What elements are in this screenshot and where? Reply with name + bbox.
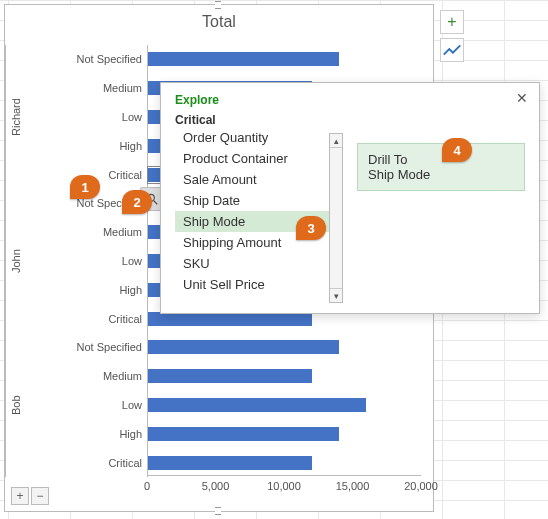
chart-elements-button[interactable]: + bbox=[440, 10, 464, 34]
chart-title: Total bbox=[5, 5, 433, 33]
drill-line2: Ship Mode bbox=[368, 167, 514, 182]
zoom-out-button[interactable]: − bbox=[31, 487, 49, 505]
listbox-scrollbar[interactable]: ▴ ▾ bbox=[329, 133, 343, 303]
category-label: Low bbox=[50, 395, 148, 415]
category-label: Medium bbox=[50, 78, 148, 98]
bar[interactable] bbox=[148, 340, 339, 354]
list-item[interactable]: Sale Amount bbox=[175, 169, 329, 190]
category-label: Critical bbox=[50, 309, 148, 329]
bar[interactable] bbox=[148, 427, 339, 441]
drill-line1: Drill To bbox=[368, 152, 514, 167]
popup-context: Critical bbox=[175, 113, 525, 127]
category-label: Medium bbox=[50, 222, 148, 242]
category-label: Low bbox=[50, 251, 148, 271]
scroll-up-icon[interactable]: ▴ bbox=[330, 134, 342, 148]
category-label: High bbox=[50, 424, 148, 444]
x-axis: 05,00010,00015,00020,000 bbox=[147, 475, 421, 503]
bar[interactable] bbox=[148, 369, 312, 383]
close-icon[interactable]: ✕ bbox=[513, 89, 531, 107]
x-tick-label: 15,000 bbox=[336, 480, 370, 492]
group-label: Bob bbox=[5, 333, 25, 477]
bar[interactable] bbox=[148, 456, 312, 470]
svg-line-1 bbox=[154, 201, 158, 205]
list-item[interactable]: Unit Sell Price bbox=[175, 274, 329, 295]
zoom-in-button[interactable]: + bbox=[11, 487, 29, 505]
list-item[interactable]: SKU bbox=[175, 253, 329, 274]
explore-popup: ✕ Explore Critical Order QuantityProduct… bbox=[160, 82, 540, 314]
category-label: High bbox=[50, 280, 148, 300]
list-item[interactable]: Ship Date bbox=[175, 190, 329, 211]
popup-title: Explore bbox=[175, 93, 525, 107]
group-label: John bbox=[5, 189, 25, 333]
callout-1: 1 bbox=[70, 175, 100, 199]
x-tick-label: 0 bbox=[144, 480, 150, 492]
group-label: Richard bbox=[5, 45, 25, 189]
callout-2: 2 bbox=[122, 190, 152, 214]
category-label: Medium bbox=[50, 366, 148, 386]
list-item[interactable]: Order Quantity bbox=[175, 133, 329, 148]
x-tick-label: 5,000 bbox=[202, 480, 230, 492]
scroll-down-icon[interactable]: ▾ bbox=[330, 288, 342, 302]
x-tick-label: 10,000 bbox=[267, 480, 301, 492]
callout-4: 4 bbox=[442, 138, 472, 162]
category-label: Not Specified bbox=[50, 49, 148, 69]
list-item[interactable]: Product Container bbox=[175, 148, 329, 169]
category-label: Not Specified bbox=[50, 337, 148, 357]
x-tick-label: 20,000 bbox=[404, 480, 438, 492]
drill-to-box[interactable]: Drill To Ship Mode bbox=[357, 143, 525, 191]
callout-3: 3 bbox=[296, 216, 326, 240]
category-label: Critical bbox=[50, 453, 148, 473]
bar[interactable] bbox=[148, 398, 366, 412]
chart-styles-button[interactable] bbox=[440, 38, 464, 62]
bar[interactable] bbox=[148, 52, 339, 66]
category-label: High bbox=[50, 136, 148, 156]
category-label: Low bbox=[50, 107, 148, 127]
